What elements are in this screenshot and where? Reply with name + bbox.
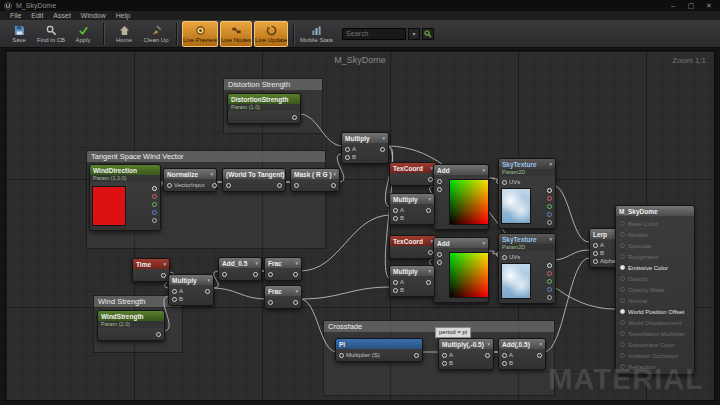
node-multiply-4[interactable]: Multiply▾AB	[168, 274, 214, 306]
pin[interactable]	[172, 289, 177, 294]
material-input-roughness[interactable]: Roughness	[616, 251, 694, 262]
node-texcoord-1[interactable]: TexCoord▾	[389, 162, 437, 186]
pin[interactable]	[277, 183, 282, 188]
node-header[interactable]: Multiply▾	[390, 266, 434, 276]
node-result[interactable]: M_SkyDomeBase ColorMetallicSpecularRough…	[615, 205, 695, 375]
collapse-arrow-icon[interactable]: ▾	[549, 236, 552, 242]
material-input-base-color[interactable]: Base Color	[616, 218, 694, 229]
pin[interactable]	[547, 188, 552, 193]
node-add-05[interactable]: Add_0.5▾	[218, 257, 262, 281]
menu-file[interactable]: File	[6, 12, 25, 19]
pin[interactable]	[485, 353, 490, 358]
pin[interactable]	[152, 218, 157, 223]
pin[interactable]	[547, 295, 552, 300]
collapse-arrow-icon[interactable]: ▾	[334, 171, 337, 177]
collapse-arrow-icon[interactable]: ▾	[295, 260, 298, 266]
material-input-refraction[interactable]: Refraction	[616, 361, 694, 372]
node-mask-rg[interactable]: Mask ( R G )▾	[290, 168, 340, 192]
collapse-arrow-icon[interactable]: ▾	[382, 135, 385, 141]
node-multiply-2[interactable]: Multiply▾AB	[389, 193, 435, 225]
node-multiply-1[interactable]: Multiply▾AB	[341, 132, 389, 164]
pin[interactable]	[502, 361, 507, 366]
pin[interactable]	[620, 232, 625, 237]
node-header[interactable]: SkyTexture▾	[499, 234, 555, 244]
pin[interactable]	[426, 208, 431, 213]
material-input-world-displacement[interactable]: World Displacement	[616, 317, 694, 328]
pin[interactable]	[537, 353, 542, 358]
pin[interactable]	[547, 220, 552, 225]
collapse-arrow-icon[interactable]: ▾	[428, 196, 431, 202]
home-button[interactable]: Home	[109, 21, 139, 47]
pin[interactable]	[620, 265, 625, 270]
collapse-arrow-icon[interactable]: ▾	[482, 240, 485, 246]
collapse-arrow-icon[interactable]: ▾	[428, 268, 431, 274]
pin[interactable]	[502, 180, 507, 185]
node-frac-1[interactable]: Frac▾	[264, 257, 302, 281]
node-world-to-tangent[interactable]: (World To Tangent)▾	[222, 168, 286, 192]
collapse-arrow-icon[interactable]: ▾	[255, 260, 258, 266]
node-header[interactable]: Time▾	[133, 259, 169, 269]
pin[interactable]	[152, 194, 157, 199]
pin[interactable]	[442, 361, 447, 366]
pin[interactable]	[437, 179, 442, 184]
node-header[interactable]: DistortionStrength	[228, 94, 300, 104]
collapse-arrow-icon[interactable]: ▾	[487, 341, 490, 347]
minimize-button[interactable]: –	[666, 2, 680, 9]
pin[interactable]	[620, 331, 625, 336]
pin[interactable]	[437, 187, 442, 192]
collapse-arrow-icon[interactable]: ▾	[482, 167, 485, 173]
pin[interactable]	[437, 260, 442, 265]
pin[interactable]	[161, 273, 166, 278]
pin[interactable]	[547, 287, 552, 292]
material-input-specular[interactable]: Specular	[616, 240, 694, 251]
node-distortion-strength[interactable]: DistortionStrengthParam (1.0)	[227, 93, 301, 124]
node-time[interactable]: Time▾	[132, 258, 170, 282]
pin[interactable]	[339, 353, 344, 358]
node-header[interactable]: Multiply(,-0.5)▾	[439, 339, 493, 349]
clean-up-button[interactable]: Clean Up	[141, 21, 171, 47]
material-input-world-position-offset[interactable]: World Position Offset	[616, 306, 694, 317]
node-header[interactable]: Add_0.5▾	[219, 258, 261, 268]
pin[interactable]	[502, 255, 507, 260]
node-header[interactable]: Mask ( R G )▾	[291, 169, 339, 179]
menu-help[interactable]: Help	[112, 12, 134, 19]
node-normalize[interactable]: Normalize▾VectorInput	[163, 168, 217, 192]
find-in-cb-button[interactable]: Find in CB	[36, 21, 66, 47]
pin[interactable]	[547, 196, 552, 201]
menu-edit[interactable]: Edit	[27, 12, 47, 19]
pin[interactable]	[331, 183, 336, 188]
node-wind-strength[interactable]: WindStrengthParam (2.0)	[97, 310, 165, 341]
pin[interactable]	[620, 342, 625, 347]
node-header[interactable]: Multiply▾	[390, 194, 434, 204]
collapse-arrow-icon[interactable]: ▾	[207, 277, 210, 283]
pin[interactable]	[292, 115, 297, 120]
material-graph-canvas[interactable]: M_SkyDome Zoom 1:1 MATERIAL Distortion S…	[5, 50, 715, 401]
pin[interactable]	[620, 287, 625, 292]
pin[interactable]	[547, 271, 552, 276]
material-input-tessellation-multiplier[interactable]: Tessellation Multiplier	[616, 328, 694, 339]
node-header[interactable]: TexCoord▾	[390, 236, 436, 246]
node-texcoord-2[interactable]: TexCoord▾	[389, 235, 437, 259]
node-header[interactable]: (World To Tangent)▾	[223, 169, 285, 179]
pin[interactable]	[172, 297, 177, 302]
pin[interactable]	[437, 252, 442, 257]
pin[interactable]	[293, 300, 298, 305]
live-nodes-toggle[interactable]: Live Nodes	[220, 21, 252, 47]
pin[interactable]	[294, 183, 299, 188]
material-input-opacity[interactable]: Opacity	[616, 273, 694, 284]
pin[interactable]	[442, 353, 447, 358]
pin[interactable]	[268, 272, 273, 277]
node-header[interactable]: SkyTexture▾	[499, 159, 555, 169]
pin[interactable]	[152, 202, 157, 207]
collapse-arrow-icon[interactable]: ▾	[539, 341, 542, 347]
pin[interactable]	[593, 243, 598, 248]
pin[interactable]	[502, 353, 507, 358]
node-wind-direction[interactable]: WindDirectionParam (1,0,0)	[89, 164, 161, 231]
pin[interactable]	[212, 183, 217, 188]
mobile-stats-button[interactable]: Mobile Stats	[299, 21, 334, 47]
material-input-metallic[interactable]: Metallic	[616, 229, 694, 240]
pin[interactable]	[620, 364, 625, 369]
node-add-05b[interactable]: Add(,0.5)▾AB	[498, 338, 546, 370]
collapse-arrow-icon[interactable]: ▾	[549, 161, 552, 167]
collapse-arrow-icon[interactable]: ▾	[210, 171, 213, 177]
